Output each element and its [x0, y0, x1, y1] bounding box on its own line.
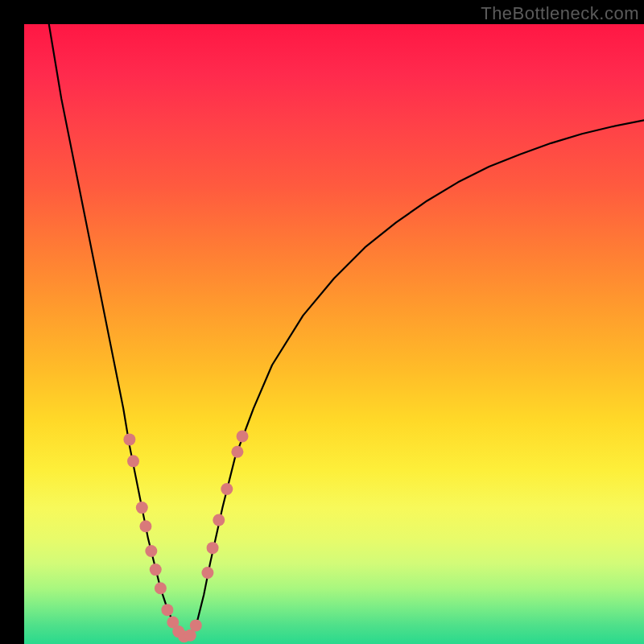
curve-right-branch [185, 120, 644, 638]
curve-left-branch [49, 24, 185, 638]
bead-marker [139, 520, 151, 532]
bead-marker [213, 514, 225, 526]
bead-marker [221, 483, 233, 495]
bead-marker [201, 567, 213, 579]
bead-marker [145, 545, 157, 557]
watermark-text: TheBottleneck.com [481, 3, 639, 24]
chart-svg [24, 24, 644, 644]
bead-marker [155, 582, 167, 594]
bead-marker [231, 446, 243, 458]
beads-group [123, 431, 248, 643]
bead-marker [136, 502, 148, 514]
bead-marker [150, 564, 162, 576]
bead-marker [237, 431, 249, 443]
bead-marker [161, 604, 173, 616]
bead-marker [190, 619, 202, 631]
bead-marker [123, 433, 135, 445]
bead-marker [207, 542, 219, 554]
chart-frame: TheBottleneck.com [0, 0, 644, 644]
plot-area [24, 24, 644, 644]
bead-marker [127, 455, 139, 467]
